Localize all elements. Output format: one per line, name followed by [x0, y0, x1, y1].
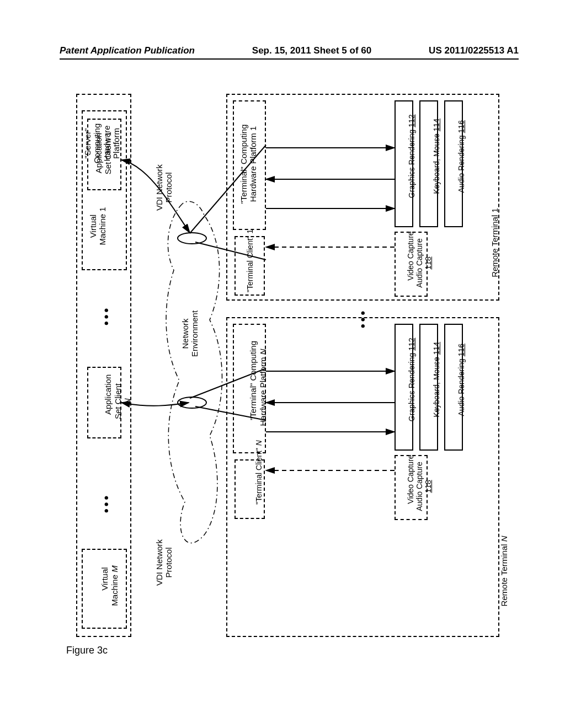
terminal-client-1-label: "Terminal Client" 1	[246, 237, 254, 292]
client-n-suffix: N	[254, 440, 263, 446]
audio-n-label: Audio Rendering 116	[448, 325, 475, 447]
keyboard-1-pre: Keyboard, Mouse	[432, 131, 441, 194]
terminal-hw-n-label: "Terminal" Computing Hardware Platform N	[239, 325, 277, 449]
header-left: Patent Application Publication	[60, 45, 195, 56]
graphics-n-pre: Graphics Rendering	[407, 351, 416, 421]
audio-n-ref: 116	[457, 344, 466, 356]
vdi-ellipse-1	[178, 233, 206, 244]
terminal-client-n-label: "Terminal Client" N	[246, 459, 272, 517]
figure-label: Figure 3c	[66, 645, 108, 656]
audio-1-ref: 116	[457, 120, 466, 133]
capture-n-label: Video Capture Audio Capture 118	[397, 456, 441, 517]
keyboard-1-ref: 114	[432, 119, 441, 131]
keyboard-n-pre: Keyboard, Mouse	[432, 355, 441, 417]
remote-n-suffix: N	[499, 536, 509, 542]
figure-area: "Server" Computing Hardware Platform Vir…	[66, 94, 502, 656]
audio-1-pre: Audio Rendering	[457, 133, 466, 192]
hw-n-suffix: N	[258, 349, 268, 355]
client-n-pre: "Terminal Client"	[254, 446, 263, 504]
vdi-ellipse-2	[178, 397, 206, 408]
graphics-n-ref: 112	[407, 338, 416, 350]
capture-n-pre: Video Capture Audio Capture	[406, 454, 424, 511]
terminal-hw-1-label: "Terminal" Computing Hardware Platform 1	[239, 102, 258, 226]
graphics-1-pre: Graphics Rendering	[407, 127, 416, 198]
page: Patent Application Publication Sep. 15, …	[0, 0, 565, 728]
audio-1-label: Audio Rendering 116	[448, 102, 475, 223]
header-right: US 2011/0225513 A1	[429, 45, 519, 56]
remote-terminal-n-label: Remote Terminal N	[490, 523, 519, 633]
page-header: Patent Application Publication Sep. 15, …	[60, 45, 519, 56]
capture-1-pre: Video Capture Audio Capture	[406, 231, 424, 287]
audio-n-pre: Audio Rendering	[457, 356, 466, 416]
capture-1-label: Video Capture Audio Capture 118	[397, 233, 441, 293]
net-env-label: Network Environment	[180, 292, 200, 375]
vdi-label-2: VDI Network Protocol	[154, 518, 174, 607]
capture-1-ref: 118	[424, 256, 433, 269]
capture-n-ref: 118	[424, 480, 433, 493]
graphics-1-ref: 112	[407, 114, 416, 127]
remote-terminal-1-label: Remote Terminal 1	[490, 188, 499, 298]
vdi-label-1: VDI Network Protocol	[154, 143, 174, 232]
remote-n-pre: Remote Terminal	[499, 542, 509, 606]
header-center: Sep. 15, 2011 Sheet 5 of 60	[252, 45, 371, 56]
keyboard-n-ref: 114	[432, 342, 441, 355]
header-rule	[60, 58, 519, 60]
